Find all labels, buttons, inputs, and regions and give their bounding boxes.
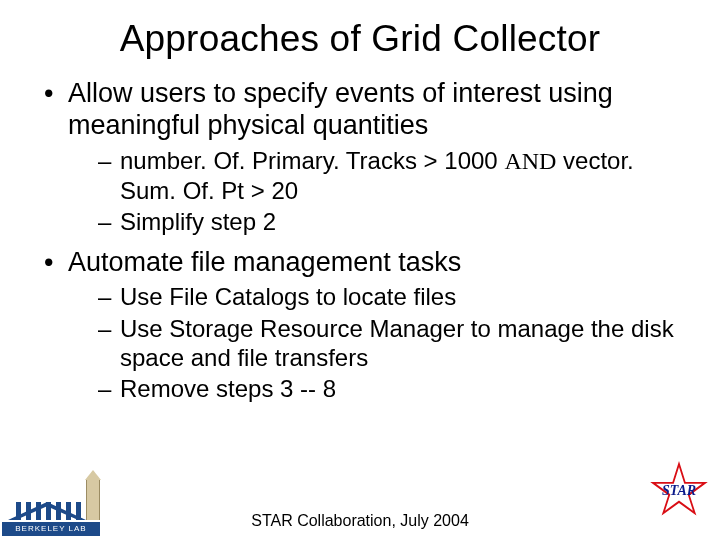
bullet-1: Allow users to specify events of interes… <box>38 78 682 237</box>
slide: Approaches of Grid Collector Allow users… <box>0 0 720 540</box>
bullet-2-sub-1: Use File Catalogs to locate files <box>68 282 682 311</box>
slide-body: Allow users to specify events of interes… <box>0 60 720 403</box>
slide-title: Approaches of Grid Collector <box>0 0 720 60</box>
bullet-2-text: Automate file management tasks <box>68 247 461 277</box>
bullet-1-sub-2: Simplify step 2 <box>68 207 682 236</box>
star-logo: STAR <box>646 458 712 524</box>
star-label: STAR <box>646 483 712 499</box>
bullet-1-sub-1: number. Of. Primary. Tracks > 1000 AND v… <box>68 146 682 206</box>
bullet-1-sub-1-pre: number. Of. Primary. Tracks > 1000 <box>120 147 504 174</box>
bullet-2: Automate file management tasks Use File … <box>38 247 682 404</box>
bullet-2-sub-3: Remove steps 3 -- 8 <box>68 374 682 403</box>
berkeley-lab-label: BERKELEY LAB <box>2 522 100 536</box>
campanile-icon <box>86 480 100 520</box>
bullet-1-text: Allow users to specify events of interes… <box>68 78 613 140</box>
bullet-2-sub-2: Use Storage Resource Manager to manage t… <box>68 314 682 373</box>
bullet-1-sub-1-and: AND <box>504 148 556 174</box>
berkeley-lab-logo: BERKELEY LAB <box>2 478 102 538</box>
footer-text: STAR Collaboration, July 2004 <box>0 512 720 530</box>
